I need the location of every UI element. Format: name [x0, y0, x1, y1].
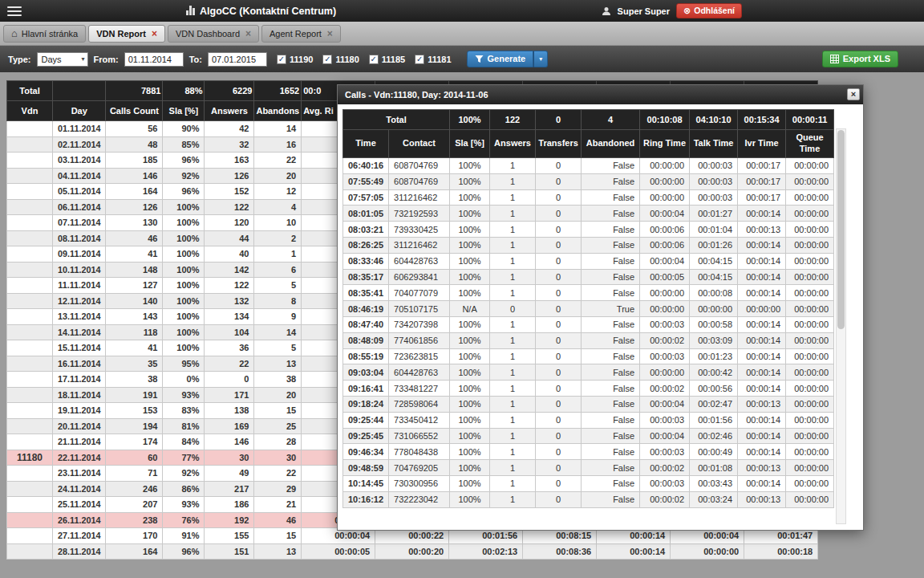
checkbox-label: 11181 [428, 55, 451, 64]
sla-cell: N/A [450, 301, 490, 317]
generate-dropdown-button[interactable]: ▾ [533, 51, 548, 67]
transfers-cell: 0 [536, 206, 582, 222]
abandons-cell: 20 [254, 387, 302, 403]
close-icon[interactable]: × [327, 29, 333, 39]
type-select[interactable]: Days ▾ [37, 52, 88, 67]
transfers-cell: 0 [536, 396, 582, 412]
checkbox-checked-icon[interactable]: ✓ [322, 55, 332, 64]
filter-funnel-icon [475, 55, 484, 63]
answers-cell: 42 [205, 121, 254, 137]
column-header-vdn: Vdn [7, 101, 53, 121]
summary-abandoned: 4 [582, 110, 640, 130]
sla-cell: 100% [450, 381, 490, 397]
vdn-checkbox-11185[interactable]: ✓ 11185 [369, 55, 405, 64]
to-date-input[interactable] [208, 52, 267, 67]
answers-cell: 0 [205, 372, 254, 388]
tab-label: Hlavní stránka [22, 29, 78, 39]
vdn-cell [7, 230, 53, 246]
time-cell: 08:03:21 [343, 222, 389, 238]
sla-cell: 81% [163, 418, 205, 434]
export-xls-button[interactable]: Export XLS [822, 51, 898, 67]
sla-cell: 100% [450, 428, 490, 444]
vdn-checkbox-11181[interactable]: ✓ 11181 [415, 55, 451, 64]
sla-cell: 100% [163, 199, 205, 215]
from-label: From: [94, 55, 119, 64]
column-header-answers: Answers [205, 101, 254, 121]
answers-cell: 152 [205, 184, 254, 200]
queue-time-cell: 00:00:00 [786, 285, 834, 301]
sla-cell: 100% [450, 475, 490, 491]
abandons-cell: 4 [254, 199, 302, 215]
generate-button[interactable]: Generate [467, 51, 534, 67]
modal-title-bar[interactable]: Calls - Vdn:11180, Day: 2014-11-06 × [338, 85, 863, 104]
vdn-cell [7, 481, 53, 497]
vdn-cell [7, 136, 53, 153]
queue-time-cell: 00:00:00 [786, 412, 834, 428]
sla-cell: 76% [163, 512, 205, 528]
transfers-cell: 0 [536, 158, 582, 174]
summary-abandons: 1652 [254, 81, 302, 101]
contact-cell: 608704769 [389, 173, 450, 189]
abandons-cell: 14 [254, 324, 302, 340]
checkbox-checked-icon[interactable]: ✓ [369, 55, 379, 64]
answers-cell: 49 [205, 466, 254, 482]
close-icon[interactable]: × [245, 29, 251, 39]
table-row[interactable]: 28.11.201416496%1511300:00:0500:00:2000:… [7, 543, 818, 560]
talk-time-cell: 00:03:43 [690, 475, 738, 491]
abandons-cell: 5 [254, 340, 302, 356]
ring-time-cell: 00:00:04 [640, 396, 690, 412]
scrollbar-thumb[interactable] [837, 130, 845, 329]
talk-time-cell: 00:01:04 [690, 222, 738, 238]
call-row: 09:46:34778048438100%10False00:00:0300:0… [343, 444, 834, 460]
abandoned-cell: False [582, 396, 640, 412]
transfers-cell: 0 [536, 253, 582, 269]
modal-close-button[interactable]: × [847, 88, 860, 100]
ivr-time-cell: 00:00:17 [738, 158, 786, 174]
sla-cell: 100% [163, 293, 205, 309]
sla-cell: 100% [450, 364, 490, 381]
vdn-checkbox-11190[interactable]: ✓ 11190 [277, 55, 313, 64]
call-row: 08:35:17606293841100%10False00:00:0500:0… [343, 269, 834, 285]
checkbox-checked-icon[interactable]: ✓ [277, 55, 286, 64]
call-row: 08:01:05732192593100%10False00:00:0400:0… [343, 206, 834, 222]
contact-cell: 733481227 [389, 381, 450, 397]
day-cell: 11.11.2014 [53, 278, 106, 294]
calls-count-cell: 146 [106, 168, 163, 184]
abandoned-cell: False [582, 475, 640, 491]
abandons-cell: 1 [254, 246, 302, 263]
sla-cell: 100% [450, 332, 490, 348]
vdn-cell [7, 153, 53, 169]
abandoned-cell: False [582, 158, 640, 174]
call-row: 09:18:24728598064100%10False00:00:0400:0… [343, 396, 834, 412]
time-cell: 09:46:34 [343, 444, 389, 460]
ivr-time-cell: 00:00:14 [738, 412, 786, 428]
from-date-input[interactable] [124, 52, 184, 67]
sla-cell: 100% [450, 189, 490, 206]
talk-time-cell: 00:01:27 [690, 206, 738, 222]
filter-toolbar: Type: Days ▾ From: To: ✓ 11190 ✓ 11180 ✓… [0, 46, 924, 72]
summary-sla: 100% [450, 110, 490, 130]
call-row: 07:57:05311216462100%10False00:00:0000:0… [343, 189, 834, 206]
sla-cell: 96% [163, 184, 205, 200]
day-cell: 02.11.2014 [53, 136, 106, 153]
close-icon[interactable]: × [152, 29, 157, 39]
tab-home[interactable]: ⌂ Hlavní stránka [3, 25, 86, 43]
talk-time-cell: 00:03:09 [690, 332, 738, 348]
transfers-cell: 0 [536, 428, 582, 444]
calls-count-cell: 143 [106, 309, 163, 325]
queue-time-cell: 00:00:00 [786, 364, 834, 381]
talk-time-cell: 00:00:56 [690, 381, 738, 397]
checkbox-checked-icon[interactable]: ✓ [415, 55, 424, 64]
tab-vdn-dashboard[interactable]: VDN Dashboard × [168, 25, 259, 43]
logout-button[interactable]: ⊗ Odhlášení [676, 3, 742, 18]
modal-scrollbar[interactable] [836, 128, 846, 524]
vdn-checkbox-11180[interactable]: ✓ 11180 [322, 55, 359, 64]
tab-vdn-report[interactable]: VDN Report × [88, 25, 165, 43]
time-cell: 09:48:59 [343, 460, 389, 476]
tab-agent-report[interactable]: Agent Report × [261, 25, 341, 43]
menu-icon[interactable] [7, 6, 22, 16]
ivr-time-cell: 00:00:17 [738, 173, 786, 189]
contact-cell: 731066552 [389, 428, 450, 444]
abandoned-cell: False [582, 237, 640, 253]
talk-time-cell: 00:03:24 [690, 491, 738, 507]
